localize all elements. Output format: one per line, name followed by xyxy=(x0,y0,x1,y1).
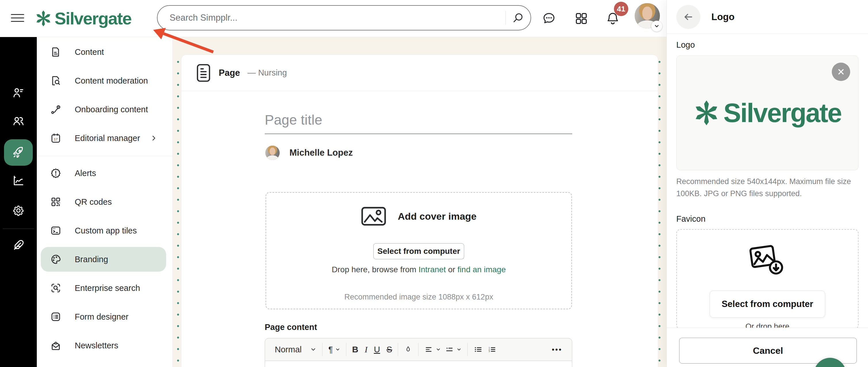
people-icon xyxy=(12,114,25,128)
sidebar-item-onboarding-content[interactable]: Onboarding content xyxy=(41,97,166,122)
sidebar-item-qr-codes[interactable]: QR codes xyxy=(41,190,166,214)
text-color-droplet-button[interactable] xyxy=(404,345,412,354)
palette-icon xyxy=(50,254,62,265)
sidebar-item-editorial-manager[interactable]: 17 Editorial manager xyxy=(41,126,166,151)
back-button[interactable] xyxy=(676,5,701,29)
scan-search-icon xyxy=(50,282,62,294)
toolbar-more-button[interactable]: ••• xyxy=(552,345,562,354)
numbered-list-button[interactable]: 123 xyxy=(487,344,497,354)
sidebar-item-label: Editorial manager xyxy=(75,134,140,143)
qr-code-icon xyxy=(50,196,62,208)
sidebar-item-label: Branding xyxy=(75,255,108,264)
cover-image-dropzone[interactable]: Add cover image Select from computer Dro… xyxy=(266,192,572,309)
admin-sidebar: Content Content moderation Onboarding co… xyxy=(37,37,173,367)
feather-icon xyxy=(12,239,25,252)
messages-button[interactable] xyxy=(535,5,563,32)
bullet-list-button[interactable] xyxy=(473,344,483,354)
form-list-icon xyxy=(50,311,62,323)
cover-recommended-size: Recommended image size 1088px x 612px xyxy=(266,293,571,302)
document-icon xyxy=(50,46,62,58)
sidebar-item-label: Content moderation xyxy=(75,76,148,86)
uploaded-logo-image: Silvergate xyxy=(693,98,841,128)
align-dropdown[interactable] xyxy=(424,345,441,354)
brand-wordmark: Silvergate xyxy=(55,9,131,28)
apps-launcher-button[interactable] xyxy=(567,5,595,32)
sidebar-item-custom-app-tiles[interactable]: Custom app tiles xyxy=(41,218,166,243)
route-icon xyxy=(50,104,62,115)
underline-button[interactable]: U xyxy=(374,344,380,354)
top-bar: Silvergate 41 xyxy=(0,0,666,37)
cover-select-from-computer-button[interactable]: Select from computer xyxy=(373,243,464,259)
analytics-chart-icon xyxy=(12,174,25,187)
paragraph-style-dropdown[interactable]: Normal xyxy=(275,345,316,354)
arrow-left-icon xyxy=(683,11,694,23)
rail-item-settings[interactable] xyxy=(0,197,37,224)
favicon-dropzone[interactable]: Select from computer Or drop here xyxy=(676,229,859,329)
user-directory-icon xyxy=(12,86,25,99)
rail-item-people[interactable] xyxy=(0,108,37,134)
brand-logo[interactable]: Silvergate xyxy=(35,6,131,30)
sidebar-item-label: Content xyxy=(75,47,104,57)
remove-logo-button[interactable] xyxy=(832,63,850,81)
bold-button[interactable]: B xyxy=(352,344,359,354)
cover-heading: Add cover image xyxy=(398,211,476,222)
sidebar-divider xyxy=(37,156,173,156)
rocket-icon xyxy=(12,146,25,159)
image-download-icon xyxy=(747,243,787,277)
sidebar-item-label: Alerts xyxy=(75,169,96,178)
rail-item-compose[interactable] xyxy=(0,232,37,259)
sidebar-item-label: Newsletters xyxy=(75,341,118,351)
toolbar-divider xyxy=(467,343,468,356)
sidebar-item-newsletters[interactable]: Newsletters xyxy=(41,333,166,358)
intranet-link[interactable]: Intranet xyxy=(418,265,446,274)
notification-badge: 41 xyxy=(614,2,628,16)
favicon-section-label: Favicon xyxy=(676,214,706,224)
avatar-menu-button[interactable] xyxy=(651,21,662,32)
search-icon xyxy=(512,11,525,24)
icon-rail xyxy=(0,37,37,367)
dotted-guide-right xyxy=(658,61,660,367)
rail-item-launchpad-active[interactable] xyxy=(0,139,37,166)
global-search xyxy=(157,5,531,30)
author-name: Michelle Lopez xyxy=(289,147,353,158)
sidebar-item-enterprise-search[interactable]: Enterprise search xyxy=(41,276,166,300)
sidebar-item-label: Enterprise search xyxy=(75,283,140,293)
rich-text-editor-area[interactable] xyxy=(265,361,572,367)
sidebar-item-content[interactable]: Content xyxy=(41,40,166,64)
image-icon xyxy=(361,206,386,226)
grid-icon xyxy=(574,11,588,26)
strikethrough-button[interactable]: S xyxy=(386,344,392,354)
svg-text:3: 3 xyxy=(489,350,490,353)
find-an-image-link[interactable]: find an image xyxy=(458,265,506,274)
logo-recommended-note: Recommended size 540x144px. Maximum file… xyxy=(676,176,851,200)
chat-bubble-icon xyxy=(541,11,556,26)
close-icon xyxy=(837,67,845,76)
paragraph-mark-dropdown[interactable]: ¶ xyxy=(328,345,340,354)
alert-badge-icon xyxy=(50,167,62,179)
hamburger-menu-icon[interactable] xyxy=(11,11,24,25)
dotted-guide-left xyxy=(177,61,179,367)
favicon-select-from-computer-button[interactable]: Select from computer xyxy=(710,291,825,318)
indent-dropdown[interactable] xyxy=(445,345,462,354)
sidebar-item-branding[interactable]: Branding xyxy=(41,247,166,272)
rail-item-analytics[interactable] xyxy=(0,167,37,194)
sidebar-item-alerts[interactable]: Alerts xyxy=(41,161,166,186)
italic-button[interactable]: I xyxy=(365,344,368,354)
toolbar-divider xyxy=(346,343,346,356)
page-title-input[interactable] xyxy=(265,106,572,134)
sidebar-item-content-moderation[interactable]: Content moderation xyxy=(41,68,166,93)
sidebar-item-form-designer[interactable]: Form designer xyxy=(41,304,166,329)
search-submit-button[interactable] xyxy=(506,6,531,29)
author-avatar xyxy=(265,145,280,160)
content-card: Page — Nursing Michelle Lopez Add cover … xyxy=(181,55,658,367)
newsletter-envelope-icon xyxy=(50,340,62,351)
search-input[interactable] xyxy=(157,13,505,23)
brand-wordmark: Silvergate xyxy=(723,98,841,128)
rail-item-user-directory[interactable] xyxy=(0,79,37,106)
style-dropdown-value: Normal xyxy=(275,345,302,354)
svg-text:17: 17 xyxy=(54,137,58,141)
page-type-label: Page xyxy=(219,68,240,78)
cover-heading-row: Add cover image xyxy=(266,206,571,226)
rail-divider xyxy=(3,229,34,229)
chevron-down-icon xyxy=(654,23,660,29)
